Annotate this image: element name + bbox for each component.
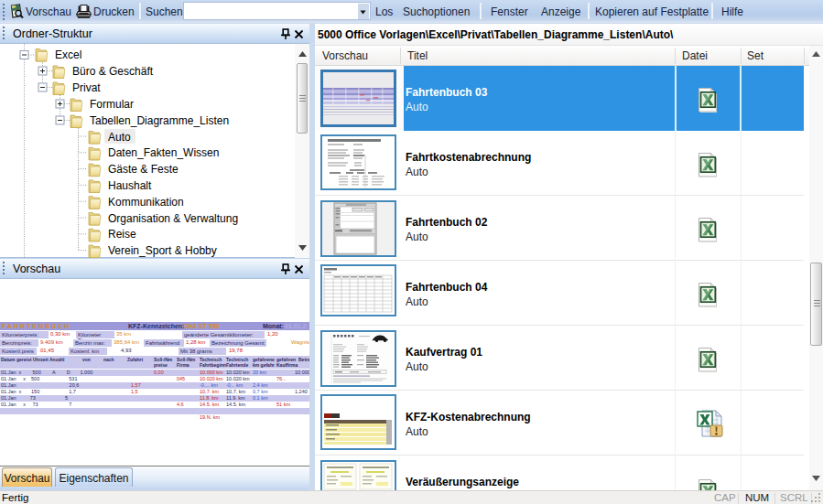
svg-text:Formular: Formular [90,98,134,111]
svg-text:Tabellen_Diagramme_Listen: Tabellen_Diagramme_Listen [90,114,229,127]
svg-text:Büro & Geschäft: Büro & Geschäft [72,65,154,78]
svg-text:Privat: Privat [72,81,101,94]
svg-text:Reise: Reise [108,228,136,241]
svg-text:Daten_Fakten_Wissen: Daten_Fakten_Wissen [108,146,219,159]
svg-text:Organisation & Verwaltung: Organisation & Verwaltung [108,212,238,225]
svg-text:Haushalt: Haushalt [108,179,152,192]
svg-text:Kommunikation: Kommunikation [108,196,184,209]
svg-text:Gäste & Feste: Gäste & Feste [108,163,179,176]
svg-text:Auto: Auto [108,131,131,144]
svg-text:Verein_Sport & Hobby: Verein_Sport & Hobby [108,244,217,257]
svg-text:Excel: Excel [55,48,81,61]
